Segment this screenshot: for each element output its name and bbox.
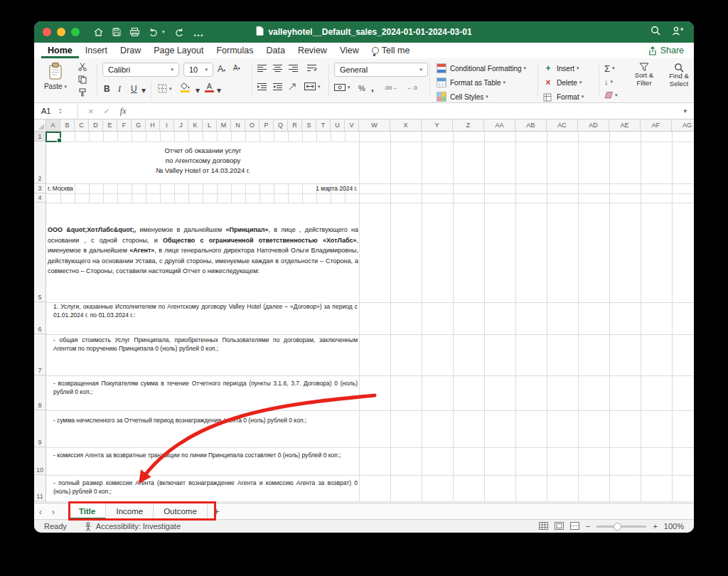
cancel-entry-icon[interactable]: × <box>88 106 94 117</box>
row-header-10[interactable]: 10 <box>34 447 46 475</box>
column-header-T[interactable]: T <box>316 119 331 131</box>
cell-styles-button[interactable]: Cell Styles▾ <box>437 90 488 103</box>
column-header-X[interactable]: X <box>390 119 422 131</box>
ribbon-tab-review[interactable]: Review <box>291 43 333 58</box>
column-header-I[interactable]: I <box>160 119 174 131</box>
column-header-G[interactable]: G <box>132 119 146 131</box>
increase-font-size-button[interactable]: A▴ <box>218 64 225 74</box>
decrease-decimal-button[interactable]: ←.0 <box>407 85 417 91</box>
accessibility-status[interactable]: Accessibility: Investigate <box>84 522 181 531</box>
increase-indent-button[interactable] <box>273 82 282 90</box>
zoom-out-button[interactable]: − <box>586 522 590 530</box>
row-header-4[interactable]: 4 <box>34 193 46 203</box>
sheet-tab-outcome[interactable]: Outcome <box>154 503 208 519</box>
borders-button[interactable]: ▾ <box>158 84 172 93</box>
column-header-N[interactable]: N <box>231 119 245 131</box>
format-as-table-button[interactable]: Format as Table▾ <box>437 76 505 89</box>
increase-decimal-button[interactable]: .00→ <box>384 85 397 91</box>
italic-button[interactable]: I <box>118 84 121 95</box>
column-header-AA[interactable]: AA <box>484 119 515 131</box>
ribbon-tab-tell-me[interactable]: Tell me <box>365 43 417 58</box>
decrease-indent-button[interactable] <box>257 82 267 90</box>
normal-view-icon[interactable] <box>539 522 548 531</box>
merge-center-button[interactable]: ▾ <box>304 82 321 90</box>
column-header-F[interactable]: F <box>117 119 132 131</box>
row-header-8[interactable]: 8 <box>34 375 46 410</box>
format-painter-icon[interactable] <box>75 86 90 99</box>
column-header-AC[interactable]: AC <box>547 119 578 131</box>
add-sheet-button[interactable]: + <box>208 503 226 519</box>
cut-icon[interactable] <box>75 60 90 73</box>
row-header-11[interactable]: 11 <box>34 475 46 501</box>
font-color-button[interactable]: A <box>205 82 214 92</box>
ribbon-tab-insert[interactable]: Insert <box>79 43 114 58</box>
formula-input[interactable] <box>126 103 683 119</box>
sheet-tab-title[interactable]: Title <box>68 503 106 519</box>
row-header-1[interactable]: 1 <box>34 132 46 142</box>
column-header-AG[interactable]: AG <box>672 119 694 131</box>
paste-button[interactable]: Paste▾ <box>40 58 71 90</box>
column-header-A[interactable]: A <box>46 119 60 131</box>
fill-button[interactable]: ↓▾ <box>604 75 613 88</box>
zoom-slider-knob[interactable] <box>614 523 621 530</box>
ribbon-tab-data[interactable]: Data <box>259 43 291 58</box>
share-user-icon[interactable] <box>672 26 684 38</box>
name-box[interactable]: A1 ▴▾ <box>34 103 78 119</box>
format-cells-button[interactable]: Format▾ <box>543 90 584 103</box>
column-header-AB[interactable]: AB <box>515 119 547 131</box>
selected-cell-a1[interactable] <box>46 132 61 142</box>
minimize-window-button[interactable] <box>57 28 65 36</box>
column-header-AE[interactable]: AE <box>609 119 641 131</box>
number-format-select[interactable]: General▾ <box>334 63 428 77</box>
sheet-nav-prev-icon[interactable]: ‹ <box>34 503 47 519</box>
row-header-2[interactable]: 2 <box>34 142 46 183</box>
column-header-K[interactable]: K <box>188 119 203 131</box>
column-header-Z[interactable]: Z <box>453 119 484 131</box>
underline-button[interactable]: U <box>131 84 137 94</box>
more-commands-icon[interactable]: … <box>193 26 204 38</box>
save-icon[interactable] <box>112 28 121 36</box>
percent-style-button[interactable]: % <box>358 84 365 92</box>
align-left-button[interactable] <box>257 64 267 72</box>
conditional-formatting-button[interactable]: Conditional Formatting▾ <box>437 62 526 75</box>
underline-chevron-icon[interactable]: ▾ <box>141 85 146 95</box>
share-button[interactable]: Share <box>648 43 684 58</box>
clear-button[interactable]: ▾ <box>604 89 618 102</box>
delete-cells-button[interactable]: ×Delete▾ <box>543 76 582 89</box>
redo-icon[interactable] <box>174 28 184 36</box>
row-header-5[interactable]: 5 <box>34 203 46 302</box>
zoom-slider[interactable] <box>596 526 646 528</box>
close-window-button[interactable] <box>43 28 51 36</box>
accounting-format-button[interactable]: ▾ <box>334 84 350 91</box>
row-header-9[interactable]: 9 <box>34 410 46 447</box>
column-header-O[interactable]: O <box>245 119 259 131</box>
column-header-H[interactable]: H <box>146 119 160 131</box>
column-header-R[interactable]: R <box>288 119 302 131</box>
align-right-button[interactable] <box>289 64 298 72</box>
font-name-select[interactable]: Calibri▾ <box>102 63 179 77</box>
column-header-J[interactable]: J <box>174 119 188 131</box>
ribbon-tab-formulas[interactable]: Formulas <box>210 43 259 58</box>
column-header-Q[interactable]: Q <box>274 119 288 131</box>
zoom-in-button[interactable]: + <box>653 522 657 530</box>
name-box-stepper-icon[interactable]: ▴▾ <box>59 107 61 114</box>
insert-cells-button[interactable]: +Insert▾ <box>543 62 579 75</box>
column-header-P[interactable]: P <box>259 119 274 131</box>
find-select-button[interactable]: Find & Select <box>664 63 694 87</box>
row-header-6[interactable]: 6 <box>34 302 46 334</box>
column-header-M[interactable]: M <box>217 119 231 131</box>
ribbon-tab-page-layout[interactable]: Page Layout <box>147 43 210 58</box>
home-icon[interactable] <box>94 28 103 36</box>
column-header-U[interactable]: U <box>331 119 345 131</box>
sheet-nav-next-icon[interactable]: › <box>47 503 60 519</box>
undo-icon[interactable]: ▾ <box>149 28 165 36</box>
search-icon[interactable] <box>651 26 660 38</box>
confirm-entry-icon[interactable]: ✓ <box>104 107 110 116</box>
column-header-AF[interactable]: AF <box>641 119 672 131</box>
column-header-S[interactable]: S <box>302 119 316 131</box>
autosum-button[interactable]: Σ▾ <box>604 62 615 75</box>
text-orientation-button[interactable] <box>289 82 297 90</box>
decrease-font-size-button[interactable]: A▾ <box>233 64 240 72</box>
column-header-W[interactable]: W <box>359 119 390 131</box>
bold-button[interactable]: B <box>104 84 110 94</box>
